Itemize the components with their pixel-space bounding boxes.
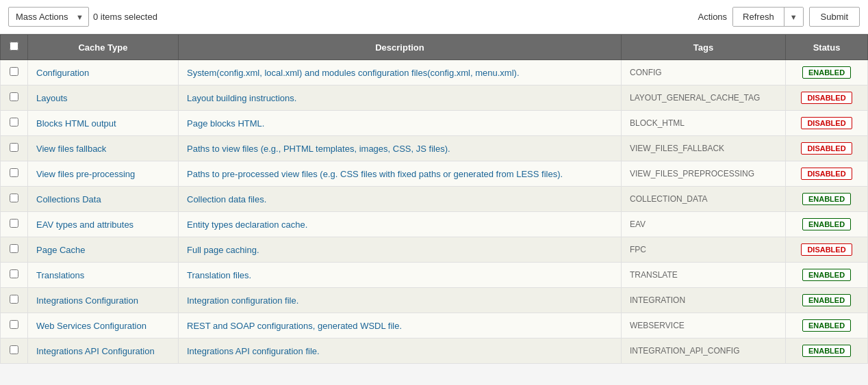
- row-status-cell: ENABLED: [786, 212, 868, 237]
- row-tags: TRANSLATE: [622, 263, 786, 288]
- table-row: Page CacheFull page caching.FPCDISABLED: [1, 237, 868, 263]
- actions-label: Actions: [698, 12, 727, 22]
- row-status-cell: ENABLED: [786, 338, 868, 364]
- mass-actions-select-wrapper: Mass Actions ▼: [8, 7, 89, 27]
- table-row: TranslationsTranslation files.TRANSLATEE…: [1, 263, 868, 288]
- row-checkbox-cell: [1, 338, 28, 364]
- row-tags: VIEW_FILES_PREPROCESSING: [622, 161, 786, 187]
- mass-actions-select[interactable]: Mass Actions: [8, 7, 89, 27]
- row-tags: LAYOUT_GENERAL_CACHE_TAG: [622, 85, 786, 111]
- items-selected-count: 0 items selected: [93, 12, 157, 22]
- row-tags: FPC: [622, 237, 786, 263]
- row-checkbox-cell: [1, 136, 28, 161]
- status-badge: ENABLED: [802, 319, 851, 332]
- row-status-cell: DISABLED: [786, 111, 868, 136]
- row-checkbox[interactable]: [10, 67, 18, 76]
- row-tags: VIEW_FILES_FALLBACK: [622, 136, 786, 161]
- row-checkbox[interactable]: [10, 269, 18, 278]
- row-checkbox-cell: [1, 60, 28, 85]
- row-checkbox[interactable]: [10, 320, 18, 329]
- row-tags: INTEGRATION: [622, 288, 786, 313]
- row-checkbox[interactable]: [10, 143, 18, 152]
- row-status-cell: DISABLED: [786, 136, 868, 161]
- status-badge: ENABLED: [802, 218, 851, 230]
- row-checkbox-cell: [1, 263, 28, 288]
- row-cache-type: View files fallback: [28, 136, 179, 161]
- row-status-cell: ENABLED: [786, 313, 868, 338]
- row-cache-type: View files pre-processing: [28, 161, 179, 187]
- status-badge: DISABLED: [801, 243, 852, 256]
- row-cache-type: Blocks HTML output: [28, 111, 179, 136]
- row-checkbox-cell: [1, 212, 28, 237]
- table-row: ConfigurationSystem(config.xml, local.xm…: [1, 60, 868, 85]
- table-row: LayoutsLayout building instructions.LAYO…: [1, 85, 868, 111]
- row-tags: CONFIG: [622, 60, 786, 85]
- row-checkbox[interactable]: [10, 118, 18, 127]
- row-status-cell: ENABLED: [786, 187, 868, 212]
- row-description: Page blocks HTML.: [179, 111, 622, 136]
- row-status-cell: DISABLED: [786, 237, 868, 263]
- row-checkbox[interactable]: [10, 194, 18, 202]
- row-checkbox-cell: [1, 288, 28, 313]
- header-status: Status: [786, 35, 868, 60]
- status-badge: ENABLED: [802, 345, 851, 357]
- row-description: Integration configuration file.: [179, 288, 622, 313]
- row-description: Collection data files.: [179, 187, 622, 212]
- refresh-button[interactable]: Refresh: [733, 8, 784, 26]
- table-row: EAV types and attributesEntity types dec…: [1, 212, 868, 237]
- table-header-row: Cache Type Description Tags Status: [1, 35, 868, 60]
- row-checkbox-cell: [1, 111, 28, 136]
- table-row: Integrations ConfigurationIntegration co…: [1, 288, 868, 313]
- row-checkbox[interactable]: [10, 345, 18, 354]
- table-row: Integrations API ConfigurationIntegratio…: [1, 338, 868, 364]
- row-checkbox-cell: [1, 85, 28, 111]
- header-cache-type: Cache Type: [28, 35, 179, 60]
- header-tags: Tags: [622, 35, 786, 60]
- row-checkbox-cell: [1, 313, 28, 338]
- toolbar: Mass Actions ▼ 0 items selected Actions …: [0, 0, 868, 34]
- row-checkbox[interactable]: [10, 168, 18, 177]
- refresh-dropdown-icon[interactable]: ▼: [784, 8, 803, 26]
- row-status-cell: ENABLED: [786, 288, 868, 313]
- submit-button[interactable]: Submit: [809, 7, 860, 27]
- row-description: System(config.xml, local.xml) and module…: [179, 60, 622, 85]
- select-all-checkbox[interactable]: [10, 42, 18, 51]
- table-row: Blocks HTML outputPage blocks HTML.BLOCK…: [1, 111, 868, 136]
- toolbar-right: Actions Refresh ▼ Submit: [698, 7, 860, 27]
- header-description: Description: [179, 35, 622, 60]
- row-cache-type: Layouts: [28, 85, 179, 111]
- status-badge: ENABLED: [802, 294, 851, 306]
- row-checkbox[interactable]: [10, 92, 18, 101]
- status-badge: DISABLED: [801, 168, 852, 180]
- row-description: Entity types declaration cache.: [179, 212, 622, 237]
- status-badge: ENABLED: [802, 269, 851, 281]
- row-cache-type: Web Services Configuration: [28, 313, 179, 338]
- row-checkbox-cell: [1, 161, 28, 187]
- row-description: Full page caching.: [179, 237, 622, 263]
- refresh-button-group: Refresh ▼: [732, 7, 803, 27]
- row-description: Translation files.: [179, 263, 622, 288]
- row-checkbox[interactable]: [10, 219, 18, 228]
- row-cache-type: Translations: [28, 263, 179, 288]
- row-cache-type: Page Cache: [28, 237, 179, 263]
- row-description: Integrations API configuration file.: [179, 338, 622, 364]
- row-checkbox-cell: [1, 187, 28, 212]
- mass-actions-wrapper: Mass Actions ▼ 0 items selected: [8, 7, 157, 27]
- row-status-cell: ENABLED: [786, 263, 868, 288]
- row-status-cell: DISABLED: [786, 85, 868, 111]
- row-cache-type: Integrations API Configuration: [28, 338, 179, 364]
- row-cache-type: EAV types and attributes: [28, 212, 179, 237]
- cache-table: Cache Type Description Tags Status Confi…: [0, 34, 868, 364]
- table-row: Collections DataCollection data files.CO…: [1, 187, 868, 212]
- row-cache-type: Integrations Configuration: [28, 288, 179, 313]
- row-checkbox-cell: [1, 237, 28, 263]
- row-checkbox[interactable]: [10, 244, 18, 253]
- table-body: ConfigurationSystem(config.xml, local.xm…: [1, 60, 868, 364]
- row-tags: EAV: [622, 212, 786, 237]
- row-description: REST and SOAP configurations, generated …: [179, 313, 622, 338]
- table-row: Web Services ConfigurationREST and SOAP …: [1, 313, 868, 338]
- row-tags: BLOCK_HTML: [622, 111, 786, 136]
- row-checkbox[interactable]: [10, 295, 18, 304]
- row-description: Paths to view files (e.g., PHTML templat…: [179, 136, 622, 161]
- status-badge: ENABLED: [802, 66, 851, 79]
